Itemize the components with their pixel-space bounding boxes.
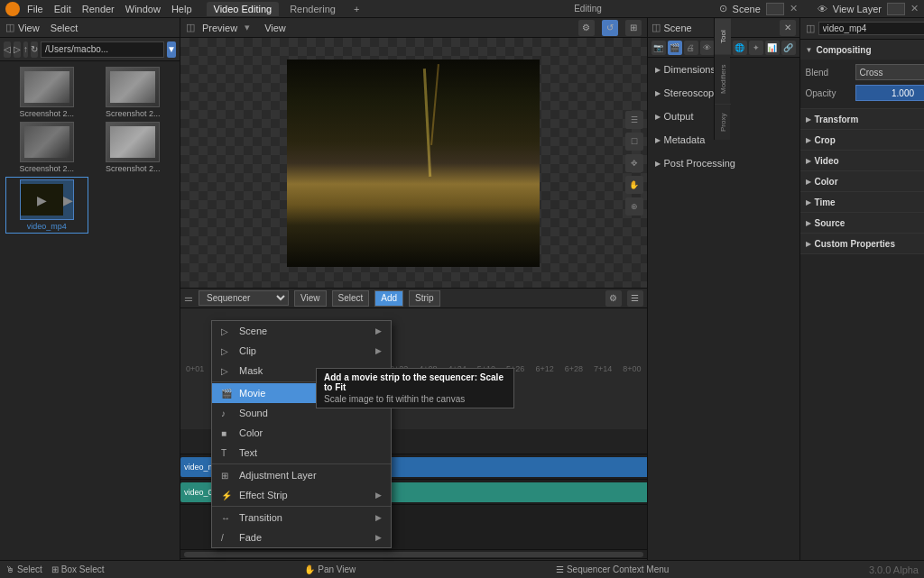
menu-item-label: Scene [239,326,267,336]
render-view-icon[interactable]: 👁 [700,41,715,55]
custom-props-header[interactable]: ▶ Custom Properties [800,234,925,253]
preview-view-label[interactable]: View [264,23,286,33]
file-name: Screenshot 2... [19,164,74,173]
time-header[interactable]: ▶ Time [800,192,925,212]
render-output-icon[interactable]: 🖨 [684,41,698,55]
add-dropdown-menu: ▷ Scene ▶ ▷ Clip ▶ ▷ Mask ▶ 🎬 Movie ♪ So… [211,320,392,548]
select-label[interactable]: Select [51,23,79,33]
preview-tool-hand[interactable]: ✋ [625,176,643,194]
arrow-icon: ▶ [655,136,661,144]
menu-item-effect-strip[interactable]: ⚡ Effect Strip ▶ [212,485,391,505]
nav-refresh[interactable]: ↻ [31,41,38,58]
preview-label[interactable]: Preview [202,23,237,33]
file-browser-panel: ◫ View Select ◁ ▷ ↑ ↻ ▼ Screenshot 2... [0,18,180,578]
menu-edit[interactable]: Edit [54,4,71,14]
menu-item-scene[interactable]: ▷ Scene ▶ [212,321,391,341]
file-thumbnail [20,122,74,162]
seq-menu-strip[interactable]: Strip [409,290,440,307]
menu-item-color[interactable]: ■ Color [212,423,391,443]
opacity-value[interactable]: 1.000 [855,85,925,101]
list-item[interactable]: Screenshot 2... [5,67,88,118]
list-item[interactable]: Screenshot 2... [92,67,175,118]
tab-video-editing[interactable]: Video Editing [207,2,280,16]
menu-window[interactable]: Window [125,4,161,14]
list-item[interactable]: Screenshot 2... [5,122,88,173]
render-world-icon[interactable]: 🌐 [733,41,747,55]
select-label: Select [17,564,42,574]
file-thumbnail [20,67,74,107]
menu-file[interactable]: File [27,4,43,14]
menu-render[interactable]: Render [82,4,115,14]
window-close[interactable]: ✕ [790,3,798,14]
list-item[interactable]: ▶ video_mp4 [5,177,88,234]
stereo-label: Stereoscopy [664,87,719,98]
seq-menu-view[interactable]: View [294,290,327,307]
compositing-header[interactable]: ▼ Compositing [800,40,925,60]
menu-item-text[interactable]: T Text [212,443,391,463]
preview-sync[interactable]: ↺ [602,20,618,36]
preview-dropdown[interactable]: ▾ [245,22,250,33]
nav-forward[interactable]: ▷ [14,41,21,58]
preview-tool-4[interactable]: ⊕ [625,197,643,216]
render-cam-icon[interactable]: 📷 [651,41,666,55]
blend-label: Blend [806,68,855,78]
time-arrow: ▶ [806,198,811,206]
blend-dropdown[interactable]: Cross ▾ [855,64,925,80]
video-header[interactable]: ▶ Video [800,151,925,170]
preview-tool-3[interactable]: ✥ [625,154,643,172]
nav-back[interactable]: ◁ [4,41,11,58]
arrow-icon: ▶ [655,89,661,97]
path-input[interactable] [41,41,164,58]
postproc-label: Post Processing [664,158,735,169]
menu-item-label: Sound [239,408,268,418]
strip-properties-panel: ◫ ✓ ▼ Compositing Blend Cross ▾ [799,18,925,578]
menu-item-clip[interactable]: ▷ Clip ▶ [212,341,391,361]
menu-help[interactable]: Help [171,4,192,14]
sequencer-name-select[interactable]: Sequencer [199,290,289,306]
filter-icon[interactable]: ▼ [167,41,176,58]
vtab-modifiers[interactable]: Modifiers [715,54,731,104]
seq-menu-add[interactable]: Add [374,290,403,307]
crop-header[interactable]: ▶ Crop [800,130,925,150]
submenu-arrow-icon: ▶ [375,326,382,335]
tab-add[interactable]: + [346,2,366,16]
opacity-row: Opacity 1.000 ● [806,84,925,102]
pan-label: Pan View [318,564,356,574]
transform-arrow: ▶ [806,115,811,124]
scene-name[interactable]: Scene [733,4,761,14]
time-12: 6+12 [530,364,559,373]
vtab-proxy[interactable]: Proxy [715,104,731,140]
arrow-icon: ▶ [655,160,661,168]
nav-up[interactable]: ↑ [23,41,28,58]
menu-item-transition[interactable]: ↔ Transition ▶ [212,508,391,528]
vl-close[interactable]: ✕ [910,3,919,14]
color-header[interactable]: ▶ Color [800,171,925,191]
view-label[interactable]: View [18,23,40,33]
source-header[interactable]: ▶ Source [800,213,925,233]
view-layer-name[interactable]: View Layer [833,4,882,14]
seq-menu-select[interactable]: Select [332,290,370,307]
time-0: 0+01 [180,364,209,373]
transform-header[interactable]: ▶ Transform [800,109,925,129]
render-postproc-row[interactable]: ▶ Post Processing [648,153,799,173]
menu-item-adjustment[interactable]: ⊞ Adjustment Layer [212,465,391,485]
render-part-icon[interactable]: ✦ [749,41,763,55]
menu-item-fade[interactable]: / Fade ▶ [212,528,391,547]
preview-tool-1[interactable]: ☰ [625,111,643,129]
vtab-tool[interactable]: Tool [715,18,731,54]
preview-view-icon[interactable]: ⊞ [625,20,642,36]
render-scene-icon[interactable]: 🎬 [668,41,682,55]
strip-name-input[interactable] [818,22,925,35]
preview-settings[interactable]: ⚙ [578,20,595,36]
tab-rendering[interactable]: Rendering [282,2,343,16]
custom-props-section: ▶ Custom Properties [800,234,925,254]
render-const-icon[interactable]: 🔗 [781,41,796,55]
eye-icon: 👁 [818,4,827,14]
preview-tool-2[interactable]: ☐ [625,133,643,151]
crop-title: Crop [815,135,836,145]
seq-list-icon[interactable]: ☰ [627,290,643,307]
seq-settings-icon[interactable]: ⚙ [605,290,622,307]
render-panel-close[interactable]: ✕ [780,20,796,36]
list-item[interactable]: Screenshot 2... [92,122,175,173]
render-data-icon[interactable]: 📊 [765,41,780,55]
